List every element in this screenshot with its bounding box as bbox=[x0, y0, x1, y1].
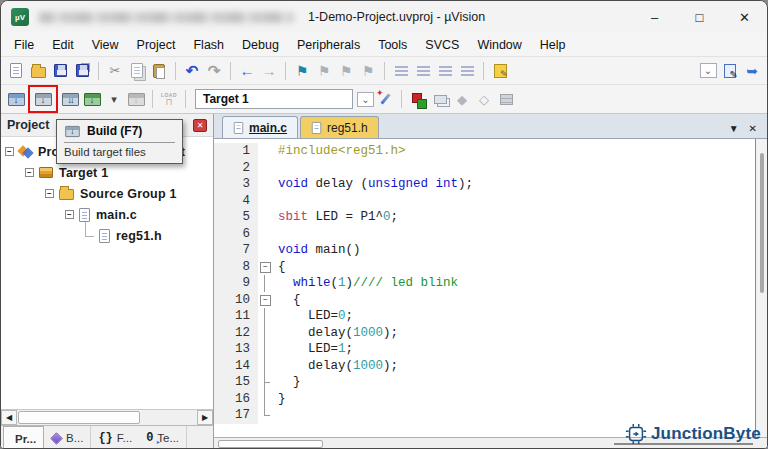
build-icon[interactable] bbox=[32, 88, 54, 110]
bookmark-clear-icon[interactable] bbox=[357, 60, 379, 82]
code-line[interactable]: 13 LED=1; bbox=[214, 341, 755, 358]
code-line[interactable]: 1#include<reg51.h> bbox=[214, 143, 755, 160]
editor-vscrollbar[interactable] bbox=[755, 139, 767, 437]
uncomment-icon[interactable] bbox=[456, 60, 478, 82]
code-line[interactable]: 10 { bbox=[214, 292, 755, 309]
code-line[interactable]: 8{ bbox=[214, 259, 755, 276]
workspace-tab-f[interactable]: {}F... bbox=[91, 426, 139, 449]
close-button[interactable]: ✕ bbox=[722, 1, 767, 33]
target-select[interactable]: Target 1 bbox=[195, 89, 353, 109]
menu-flash[interactable]: Flash bbox=[184, 38, 233, 52]
open-folder-icon[interactable] bbox=[27, 60, 49, 82]
undo-icon[interactable] bbox=[181, 60, 203, 82]
tab-close-icon[interactable]: ✕ bbox=[749, 123, 757, 134]
copy-icon[interactable] bbox=[126, 60, 148, 82]
save-all-icon[interactable] bbox=[71, 60, 93, 82]
nav-forward-icon[interactable] bbox=[258, 60, 280, 82]
code-line[interactable]: 14 delay(1000); bbox=[214, 358, 755, 375]
code-line[interactable]: 5sbit LED = P1^0; bbox=[214, 209, 755, 226]
file-icon bbox=[234, 122, 243, 134]
tab-overflow-icon[interactable]: ▼ bbox=[729, 123, 739, 134]
file-layers-icon[interactable] bbox=[429, 88, 451, 110]
menu-project[interactable]: Project bbox=[128, 38, 185, 52]
tree-expander-icon[interactable]: − bbox=[5, 147, 14, 156]
pack-installer-icon[interactable] bbox=[495, 88, 517, 110]
code-line[interactable]: 9 while(1)//// led blink bbox=[214, 275, 755, 292]
translate-icon[interactable] bbox=[5, 88, 27, 110]
tree-item-source-group-1[interactable]: −Source Group 1 bbox=[1, 183, 213, 204]
code-line[interactable]: 17 bbox=[214, 407, 755, 424]
tree-item-main-c[interactable]: −main.c bbox=[1, 204, 213, 225]
bookmark-next-icon[interactable] bbox=[335, 60, 357, 82]
comment-icon[interactable] bbox=[434, 60, 456, 82]
maximize-button[interactable]: □ bbox=[677, 1, 722, 33]
code-lines[interactable]: 1#include<reg51.h>23void delay (unsigned… bbox=[214, 139, 755, 437]
workspace-tab-b[interactable]: B... bbox=[44, 426, 91, 449]
code-line[interactable]: 2 bbox=[214, 160, 755, 177]
new-file-icon[interactable] bbox=[5, 60, 27, 82]
tree-expander-icon[interactable]: − bbox=[25, 168, 34, 177]
indent-icon[interactable] bbox=[390, 60, 412, 82]
scroll-right-icon[interactable]: ▶ bbox=[197, 410, 213, 425]
diamond-icon[interactable] bbox=[451, 88, 473, 110]
editor-tab-reg51.h[interactable]: reg51.h bbox=[300, 116, 379, 138]
batch-caret-icon[interactable] bbox=[103, 88, 125, 110]
code-line[interactable]: 15 } bbox=[214, 374, 755, 391]
menu-tools[interactable]: Tools bbox=[369, 38, 416, 52]
configure-icon[interactable] bbox=[489, 60, 511, 82]
menu-svcs[interactable]: SVCS bbox=[416, 38, 468, 52]
code-view[interactable]: 1#include<reg51.h>23void delay (unsigned… bbox=[214, 139, 767, 437]
workspace-tab-pr[interactable]: Pr... bbox=[3, 426, 44, 449]
tree-item-target-1[interactable]: −Target 1 bbox=[1, 162, 213, 183]
code-line[interactable]: 16} bbox=[214, 391, 755, 408]
code-line[interactable]: 11 LED=0; bbox=[214, 308, 755, 325]
help-arrow-icon[interactable] bbox=[741, 60, 763, 82]
vscroll-thumb[interactable] bbox=[760, 153, 764, 293]
tree-item-reg51-h[interactable]: reg51.h bbox=[1, 225, 213, 246]
save-icon[interactable] bbox=[49, 60, 71, 82]
project-panel-close-icon[interactable]: ✕ bbox=[193, 119, 207, 132]
menu-help[interactable]: Help bbox=[531, 38, 575, 52]
editor-tab-main.c[interactable]: main.c bbox=[222, 116, 298, 138]
find-dropdown-icon[interactable]: ⌄ bbox=[697, 60, 719, 82]
tree-expander-icon[interactable]: − bbox=[65, 210, 74, 219]
redo-icon[interactable] bbox=[203, 60, 225, 82]
manage-items-icon[interactable] bbox=[407, 88, 429, 110]
diamond-outline-icon[interactable] bbox=[473, 88, 495, 110]
fold-box-icon[interactable] bbox=[258, 292, 272, 309]
cut-icon[interactable] bbox=[104, 60, 126, 82]
bookmark-icon[interactable] bbox=[291, 60, 313, 82]
code-line[interactable]: 12 delay(1000); bbox=[214, 325, 755, 342]
menu-file[interactable]: File bbox=[5, 38, 43, 52]
rebuild-icon[interactable] bbox=[59, 88, 81, 110]
code-line[interactable]: 7void main() bbox=[214, 242, 755, 259]
paste-icon[interactable] bbox=[148, 60, 170, 82]
project-hscrollbar[interactable]: ◀ ▶ bbox=[1, 409, 213, 425]
fold-box-icon[interactable] bbox=[258, 259, 272, 276]
menu-debug[interactable]: Debug bbox=[233, 38, 288, 52]
edit-document-icon[interactable] bbox=[719, 60, 741, 82]
code-line[interactable]: 3void delay (unsigned int); bbox=[214, 176, 755, 193]
unindent-icon[interactable] bbox=[412, 60, 434, 82]
target-dropdown-icon[interactable]: ⌄ bbox=[357, 92, 374, 107]
stop-build-icon[interactable] bbox=[125, 88, 147, 110]
project-panel-title: Project bbox=[7, 118, 49, 132]
menu-window[interactable]: Window bbox=[468, 38, 530, 52]
menu-peripherals[interactable]: Peripherals bbox=[288, 38, 369, 52]
batch-build-icon[interactable] bbox=[81, 88, 103, 110]
minimize-button[interactable]: – bbox=[632, 1, 677, 33]
code-line[interactable]: 4 bbox=[214, 193, 755, 210]
nav-back-icon[interactable] bbox=[236, 60, 258, 82]
menu-edit[interactable]: Edit bbox=[43, 38, 83, 52]
hscroll-thumb[interactable] bbox=[18, 411, 140, 424]
load-icon[interactable]: LOAD bbox=[158, 88, 180, 110]
bookmark-prev-icon[interactable] bbox=[313, 60, 335, 82]
options-wand-icon[interactable] bbox=[374, 88, 396, 110]
build-tooltip: Build (F7) Build target files bbox=[56, 119, 183, 164]
code-line[interactable]: 6 bbox=[214, 226, 755, 243]
workspace-tab-te[interactable]: 0Te... bbox=[139, 426, 187, 449]
tree-expander-icon[interactable]: − bbox=[45, 189, 54, 198]
editor-hscroll-thumb[interactable] bbox=[218, 440, 323, 448]
menu-view[interactable]: View bbox=[83, 38, 128, 52]
scroll-left-icon[interactable]: ◀ bbox=[1, 410, 17, 425]
